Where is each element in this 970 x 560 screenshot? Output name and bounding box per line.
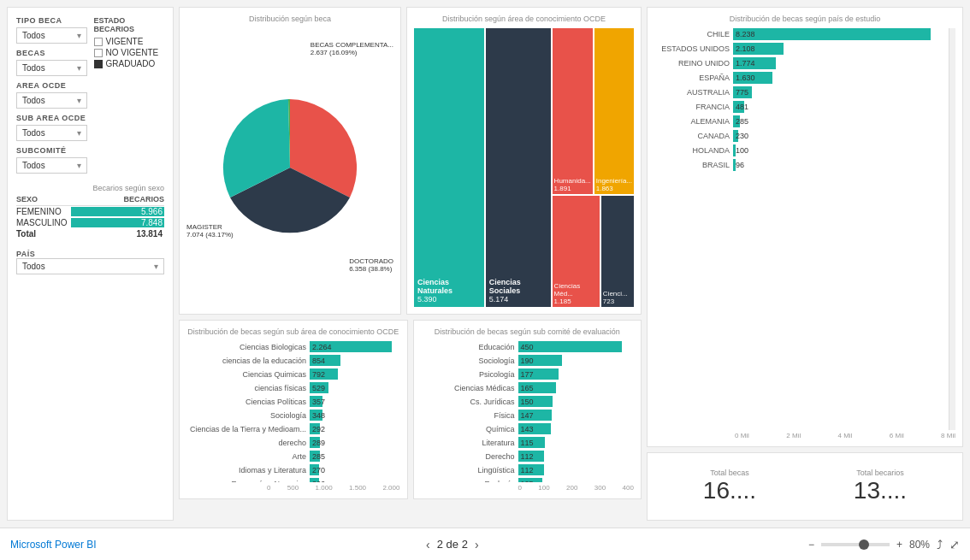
subcomite-bar-row[interactable]: Química143 [421,423,635,434]
sub-area-bar-row[interactable]: derecho289 [186,437,400,448]
total-becarios-label: Total becarios [854,469,907,477]
country-bar-fill: 2.108 [733,43,784,55]
femenino-value: 5.966 [71,207,164,216]
subcomite-bar-row[interactable]: Psicología177 [421,368,635,380]
sub-area-bar-row[interactable]: Ciencias Políticas357 [186,396,400,407]
pie-label-doctorado: DOCTORADO 6.358 (38.8%) [349,257,393,273]
zoom-level: 80% [909,539,930,551]
subcomite-bar-value: 150 [521,398,534,406]
table-header: SEXO BECARIOS [16,195,164,206]
pais-select[interactable]: Todos ▾ [16,258,164,274]
sub-area-bar-value: 348 [312,411,325,420]
sub-area-bar-row[interactable]: ciencias de la educación854 [186,355,400,366]
country-bar-row[interactable]: CANADA230 [654,130,949,142]
country-bars-wrapper: CHILE8.238ESTADOS UNIDOS2.108REINO UNIDO… [654,28,955,430]
sub-area-bar-fill: 2.264 [310,341,392,352]
subcomite-bar-row[interactable]: Ecología105 [421,478,635,482]
ciencias-med-block[interactable]: Ciencias Méd... 1.185 [553,196,600,307]
country-bar-row[interactable]: ALEMANIA285 [654,115,949,127]
zoom-slider[interactable] [821,543,890,546]
scrollbar[interactable] [949,28,955,430]
area-ocde-select[interactable]: Todos ▾ [16,92,87,109]
chevron-down-icon: ▾ [154,262,158,271]
sub-area-bar-row[interactable]: Arte285 [186,451,400,462]
ing-label: Ingeniería... [596,177,632,185]
pie-section: Distribución según beca [179,7,401,315]
country-distribution: Distribución de becas según país de estu… [647,7,963,447]
vigente-checkbox[interactable] [94,38,103,46]
next-page-arrow[interactable]: › [475,538,479,551]
country-bar-row[interactable]: AUSTRALIA775 [654,86,949,98]
subcomite-bar-row[interactable]: Literatura115 [421,437,635,448]
country-bar-fill: 230 [733,130,738,142]
estado-no-vigente[interactable]: NO VIGENTE [94,48,165,57]
country-bar-fill: 8.238 [733,28,931,40]
subcomite-bar-row[interactable]: Ciencias Médicas165 [421,382,635,393]
sub-area-bar-fill: 292 [310,423,320,434]
power-bi-link[interactable]: Microsoft Power BI [10,539,97,551]
subcomite-bar-value: 190 [521,357,534,365]
country-bar-row[interactable]: CHILE8.238 [654,28,949,40]
prev-page-arrow[interactable]: ‹ [426,538,430,551]
subcomite-select[interactable]: Todos ▾ [16,157,87,174]
area-ocde-label: AREA OCDE [16,81,87,90]
sub-area-bar-row[interactable]: Sociología348 [186,410,400,421]
estado-becarios-label: ESTADO BECARIOS [94,16,165,33]
ciencias-sociales-block[interactable]: Ciencias Sociales 5.174 [486,28,551,307]
becas-label: BECAS [16,49,87,57]
chevron-down-icon: ▾ [77,96,81,105]
no-vigente-checkbox[interactable] [94,49,103,57]
sub-area-bar-row[interactable]: ciencias físicas529 [186,382,400,393]
subcomite-bar-row[interactable]: Lingüística112 [421,464,635,475]
fullscreen-icon[interactable]: ⤢ [949,538,960,551]
sub-area-bar-label: Ciencias Quimicas [186,370,306,379]
country-bar-row[interactable]: FRANCIA481 [654,101,949,113]
femenino-row: FEMENINO 5.966 [16,206,164,217]
subcomite-bar-label: Educación [421,343,515,351]
sub-area-bar-row[interactable]: Ciencias de la Tierra y Medioam...292 [186,423,400,434]
country-bar-row[interactable]: ESPAÑA1.630 [654,72,949,84]
footer: Microsoft Power BI ‹ 2 de 2 › − + 80% ⤴ … [0,528,970,560]
estado-graduado[interactable]: GRADUADO [94,59,165,68]
becas-select[interactable]: Todos ▾ [16,60,87,76]
sub-area-bar-row[interactable]: Ciencias Quimicas792 [186,368,400,380]
subcomite-bar-row[interactable]: Sociología190 [421,355,635,366]
subcomite-bar-row[interactable]: Cs. Jurídicas150 [421,396,635,407]
subcomite-bar-row[interactable]: Educación450 [421,341,635,352]
sub-area-bar-value: 285 [312,452,325,461]
pie-label-becas: BECAS COMPLEMENTA... 2.637 (16.09%) [311,41,393,56]
subcomite-bar-row[interactable]: Derecho112 [421,451,635,462]
zoom-plus[interactable]: + [896,539,902,551]
tipo-beca-select[interactable]: Todos ▾ [16,27,87,44]
cienci-block[interactable]: Cienci... 723 [601,196,634,307]
sub-area-bar-row[interactable]: Economía y Negocios266 [186,478,400,482]
country-bar-value: 481 [736,103,748,111]
graduado-checkbox[interactable] [94,60,103,68]
share-icon[interactable]: ⤴ [937,538,943,551]
filters-panel: TIPO BECA Todos ▾ BECAS Todos ▾ [7,7,174,521]
sub-area-bar-row[interactable]: Ciencias Biologicas2.264 [186,341,400,352]
becarios-header: BECARIOS [71,195,164,203]
zoom-thumb[interactable] [859,539,869,550]
country-bar-row[interactable]: HOLANDA100 [654,144,949,156]
sub-area-bar-value: 792 [312,370,325,379]
ingenieria-block[interactable]: Ingeniería... 1.863 [594,28,634,194]
ciencias-naturales-block[interactable]: Ciencias Naturales 5.390 [414,28,484,307]
sub-area-bar-label: Idiomas y Literatura [186,466,306,475]
country-bar-row[interactable]: BRASIL96 [654,159,949,171]
cs-label: Ciencias Sociales [489,278,547,295]
zoom-minus[interactable]: − [808,539,814,551]
country-bar-row[interactable]: REINO UNIDO1.774 [654,57,949,69]
sub-area-bar-value: 529 [312,384,325,392]
subcomite-bar-label: Cs. Jurídicas [421,398,515,406]
estado-vigente[interactable]: VIGENTE [94,37,165,46]
subcomite-bar-value: 105 [521,480,534,483]
humanidades-block[interactable]: Humanida... 1.891 [553,28,593,194]
sub-area-bar-row[interactable]: Idiomas y Literatura270 [186,464,400,475]
subcomite-bar-row[interactable]: Física147 [421,410,635,421]
country-bar-row[interactable]: ESTADOS UNIDOS2.108 [654,43,949,55]
sub-area-select[interactable]: Todos ▾ [16,125,87,141]
country-bar-fill: 285 [733,115,740,127]
sub-area-x-axis: 0 500 1.000 1.500 2.000 [186,484,400,492]
sub-area-title: Distribución de becas según sub área de … [186,327,400,336]
